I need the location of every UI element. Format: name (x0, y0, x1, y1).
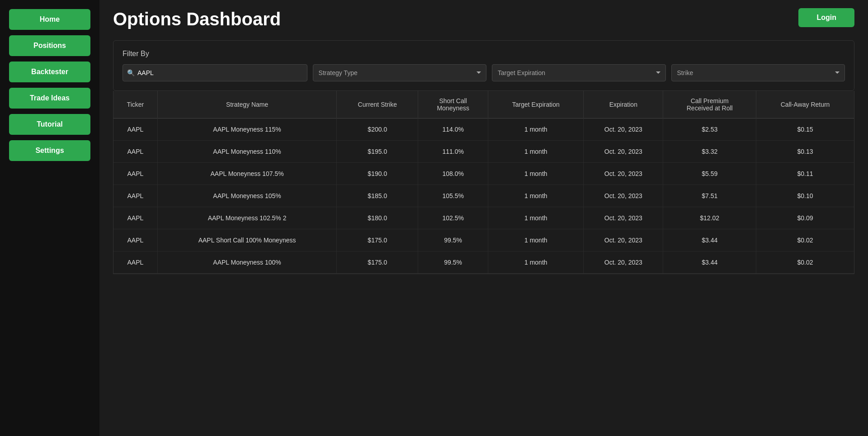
table-cell-row0-col4: 1 month (488, 118, 584, 141)
table-cell-row6-col3: 99.5% (418, 251, 488, 274)
target-expiration-select[interactable]: Target Expiration (492, 64, 665, 81)
table-cell-row6-col1: AAPL Moneyness 100% (157, 251, 337, 274)
col-header-short-call-moneyness: Short CallMoneyness (418, 91, 488, 118)
strike-select[interactable]: Strike (671, 64, 845, 81)
table-cell-row3-col1: AAPL Moneyness 105% (157, 185, 337, 207)
col-header-expiration: Expiration (584, 91, 663, 118)
table-cell-row3-col3: 105.5% (418, 185, 488, 207)
table-cell-row1-col5: Oct. 20, 2023 (584, 141, 663, 163)
table-cell-row2-col6: $5.59 (663, 163, 756, 185)
table-cell-row0-col3: 114.0% (418, 118, 488, 141)
sidebar-item-backtester[interactable]: Backtester (9, 62, 90, 82)
table-cell-row5-col4: 1 month (488, 229, 584, 251)
sidebar-item-tutorial[interactable]: Tutorial (9, 114, 90, 135)
table-cell-row0-col1: AAPL Moneyness 115% (157, 118, 337, 141)
table-cell-row5-col5: Oct. 20, 2023 (584, 229, 663, 251)
top-right-area: Login (798, 8, 854, 27)
table-cell-row5-col7: $0.02 (756, 229, 854, 251)
table-cell-row2-col1: AAPL Moneyness 107.5% (157, 163, 337, 185)
table-cell-row2-col4: 1 month (488, 163, 584, 185)
col-header-target-expiration: Target Expiration (488, 91, 584, 118)
sidebar-item-trade-ideas[interactable]: Trade Ideas (9, 88, 90, 109)
table-cell-row1-col0: AAPL (113, 141, 157, 163)
table-cell-row4-col1: AAPL Moneyness 102.5% 2 (157, 207, 337, 229)
table-cell-row0-col2: $200.0 (337, 118, 418, 141)
table-cell-row6-col5: Oct. 20, 2023 (584, 251, 663, 274)
search-icon: 🔍 (127, 69, 135, 76)
login-button[interactable]: Login (798, 8, 854, 27)
table-cell-row2-col0: AAPL (113, 163, 157, 185)
table-cell-row3-col2: $185.0 (337, 185, 418, 207)
search-input[interactable] (123, 64, 307, 81)
table-row: AAPLAAPL Moneyness 102.5% 2$180.0102.5%1… (113, 207, 854, 229)
filter-section: Filter By 🔍 Strategy Type Target Expirat… (113, 40, 854, 91)
table-cell-row6-col4: 1 month (488, 251, 584, 274)
filter-row: 🔍 Strategy Type Target Expiration Strike (123, 64, 845, 81)
col-header-current-strike: Current Strike (337, 91, 418, 118)
table-cell-row1-col4: 1 month (488, 141, 584, 163)
table-cell-row0-col0: AAPL (113, 118, 157, 141)
table-cell-row4-col4: 1 month (488, 207, 584, 229)
filter-label: Filter By (123, 50, 845, 58)
table-cell-row2-col3: 108.0% (418, 163, 488, 185)
table-cell-row0-col6: $2.53 (663, 118, 756, 141)
sidebar: Home Positions Backtester Trade Ideas Tu… (0, 0, 99, 436)
table-cell-row5-col0: AAPL (113, 229, 157, 251)
table-cell-row4-col5: Oct. 20, 2023 (584, 207, 663, 229)
search-wrapper: 🔍 (123, 64, 307, 81)
table-cell-row0-col5: Oct. 20, 2023 (584, 118, 663, 141)
table-row: AAPLAAPL Moneyness 115%$200.0114.0%1 mon… (113, 118, 854, 141)
table-cell-row1-col3: 111.0% (418, 141, 488, 163)
sidebar-item-positions[interactable]: Positions (9, 35, 90, 56)
col-header-strategy-name: Strategy Name (157, 91, 337, 118)
table-cell-row3-col4: 1 month (488, 185, 584, 207)
sidebar-item-settings[interactable]: Settings (9, 140, 90, 161)
table-body: AAPLAAPL Moneyness 115%$200.0114.0%1 mon… (113, 118, 854, 274)
table-cell-row2-col5: Oct. 20, 2023 (584, 163, 663, 185)
table-cell-row3-col7: $0.10 (756, 185, 854, 207)
table-row: AAPLAAPL Moneyness 107.5%$190.0108.0%1 m… (113, 163, 854, 185)
table-cell-row2-col7: $0.11 (756, 163, 854, 185)
col-header-call-away-return: Call-Away Return (756, 91, 854, 118)
table-cell-row5-col2: $175.0 (337, 229, 418, 251)
table-cell-row4-col3: 102.5% (418, 207, 488, 229)
table-cell-row3-col0: AAPL (113, 185, 157, 207)
table-row: AAPLAAPL Short Call 100% Moneyness$175.0… (113, 229, 854, 251)
table-cell-row1-col2: $195.0 (337, 141, 418, 163)
table-cell-row5-col3: 99.5% (418, 229, 488, 251)
options-table: Ticker Strategy Name Current Strike Shor… (113, 91, 854, 274)
table-row: AAPLAAPL Moneyness 105%$185.0105.5%1 mon… (113, 185, 854, 207)
table-cell-row6-col0: AAPL (113, 251, 157, 274)
table-cell-row6-col6: $3.44 (663, 251, 756, 274)
table-cell-row6-col7: $0.02 (756, 251, 854, 274)
table-cell-row3-col5: Oct. 20, 2023 (584, 185, 663, 207)
col-header-ticker: Ticker (113, 91, 157, 118)
table-cell-row5-col1: AAPL Short Call 100% Moneyness (157, 229, 337, 251)
data-table-wrapper: Ticker Strategy Name Current Strike Shor… (113, 91, 854, 274)
table-row: AAPLAAPL Moneyness 110%$195.0111.0%1 mon… (113, 141, 854, 163)
main-content: Options Dashboard Filter By 🔍 Strategy T… (99, 0, 868, 436)
table-row: AAPLAAPL Moneyness 100%$175.099.5%1 mont… (113, 251, 854, 274)
table-cell-row1-col7: $0.13 (756, 141, 854, 163)
sidebar-item-home[interactable]: Home (9, 9, 90, 30)
table-cell-row2-col2: $190.0 (337, 163, 418, 185)
table-cell-row3-col6: $7.51 (663, 185, 756, 207)
table-cell-row6-col2: $175.0 (337, 251, 418, 274)
table-cell-row0-col7: $0.15 (756, 118, 854, 141)
table-cell-row4-col6: $12.02 (663, 207, 756, 229)
page-title: Options Dashboard (113, 9, 854, 29)
table-header-row: Ticker Strategy Name Current Strike Shor… (113, 91, 854, 118)
table-cell-row4-col7: $0.09 (756, 207, 854, 229)
table-cell-row4-col2: $180.0 (337, 207, 418, 229)
strategy-type-select[interactable]: Strategy Type (313, 64, 486, 81)
table-cell-row1-col6: $3.32 (663, 141, 756, 163)
table-cell-row1-col1: AAPL Moneyness 110% (157, 141, 337, 163)
table-cell-row4-col0: AAPL (113, 207, 157, 229)
table-cell-row5-col6: $3.44 (663, 229, 756, 251)
col-header-call-premium: Call PremiumReceived at Roll (663, 91, 756, 118)
